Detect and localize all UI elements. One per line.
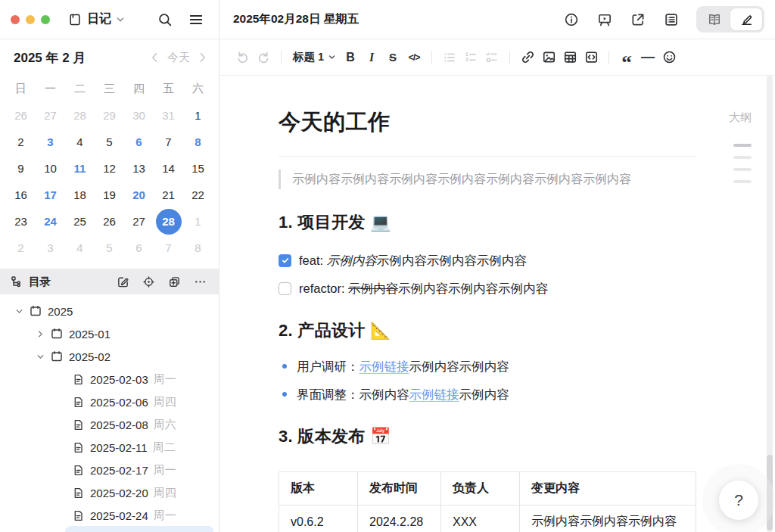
- calendar-day[interactable]: 27: [38, 103, 64, 129]
- help-button[interactable]: ?: [719, 481, 758, 520]
- task-list-button[interactable]: [481, 47, 503, 68]
- new-entry-button[interactable]: [117, 275, 129, 288]
- image-button[interactable]: [538, 47, 559, 68]
- blockquote[interactable]: 示例内容示例内容示例内容示例内容示例内容示例内容示例内容: [279, 170, 696, 189]
- inline-code-button[interactable]: </>: [403, 47, 425, 68]
- add-folder-button[interactable]: [168, 275, 181, 288]
- task-item[interactable]: refactor: 示例内容示例内容示例内容示例内容: [279, 279, 696, 297]
- calendar-day[interactable]: 17: [38, 182, 64, 208]
- zoom-window-button[interactable]: [41, 15, 50, 24]
- calendar-day[interactable]: 9: [8, 156, 34, 182]
- inline-link[interactable]: 示例链接: [409, 387, 459, 401]
- journal-switcher[interactable]: 日记: [68, 11, 124, 27]
- toc-doc-item[interactable]: 2025-02-24 周一: [0, 504, 219, 527]
- toc-doc-item[interactable]: 2025-02-11 周二: [0, 436, 219, 459]
- calendar-day[interactable]: 12: [97, 156, 123, 182]
- calendar-day[interactable]: 4: [67, 129, 93, 155]
- calendar-day[interactable]: 2: [8, 129, 34, 155]
- outline-bar[interactable]: [733, 180, 752, 183]
- scrollbar-thumb[interactable]: [767, 455, 773, 530]
- calendar-day[interactable]: 16: [8, 182, 34, 208]
- editor-area[interactable]: 今天的工作 示例内容示例内容示例内容示例内容示例内容示例内容示例内容 1. 项目…: [219, 76, 775, 532]
- list-item[interactable]: 界面调整：示例内容示例链接示例内容: [279, 385, 696, 403]
- presentation-button[interactable]: [592, 8, 618, 32]
- table-header-cell[interactable]: 负责人: [441, 472, 520, 506]
- info-button[interactable]: [559, 8, 584, 32]
- edit-mode-button[interactable]: [730, 8, 762, 30]
- code-block-button[interactable]: [580, 47, 602, 68]
- calendar-day[interactable]: 1: [185, 209, 211, 235]
- close-window-button[interactable]: [11, 15, 20, 24]
- toc-folder-2025-02[interactable]: 2025-02: [0, 345, 219, 368]
- read-mode-button[interactable]: [699, 8, 730, 30]
- table-cell[interactable]: XXX: [441, 506, 520, 532]
- calendar-day[interactable]: 8: [185, 235, 211, 261]
- checkbox-checked[interactable]: [279, 254, 291, 267]
- outline-bar[interactable]: [733, 156, 752, 159]
- table-button[interactable]: [559, 47, 580, 68]
- toc-selected-item-partial[interactable]: [65, 526, 213, 532]
- emoji-button[interactable]: [658, 47, 680, 68]
- heading-style-dropdown[interactable]: 标题 1: [288, 50, 340, 64]
- checkbox-unchecked[interactable]: [279, 282, 291, 295]
- calendar-day[interactable]: 29: [97, 103, 123, 129]
- calendar-day[interactable]: 26: [97, 209, 123, 235]
- calendar-day[interactable]: 18: [67, 182, 93, 208]
- calendar-day[interactable]: 8: [185, 129, 211, 155]
- minimize-window-button[interactable]: [26, 15, 35, 24]
- bold-button[interactable]: B: [340, 47, 361, 68]
- toc-doc-item[interactable]: 2025-02-20 周四: [0, 481, 219, 504]
- locate-today-button[interactable]: [142, 275, 155, 288]
- chevron-down-icon[interactable]: [15, 307, 23, 316]
- calendar-day[interactable]: 4: [67, 235, 93, 261]
- horizontal-rule-button[interactable]: —: [637, 47, 658, 68]
- calendar-prev-button[interactable]: [151, 52, 158, 63]
- section-heading-1[interactable]: 1. 项目开发 💻: [279, 211, 696, 234]
- calendar-day[interactable]: 11: [67, 156, 93, 182]
- calendar-next-button[interactable]: [199, 52, 207, 63]
- inline-link[interactable]: 示例链接: [359, 359, 409, 373]
- numbered-list-button[interactable]: 1 2: [460, 47, 481, 68]
- outline-bar[interactable]: [733, 144, 752, 147]
- calendar-day[interactable]: 2: [8, 235, 34, 261]
- more-options-button[interactable]: [194, 275, 207, 288]
- outline-bar[interactable]: [733, 168, 752, 171]
- task-item[interactable]: feat: 示例内容示例内容示例内容示例内容: [279, 251, 696, 269]
- list-item[interactable]: 用户调研：示例链接示例内容示例内容: [279, 357, 696, 375]
- calendar-day[interactable]: 24: [38, 209, 64, 235]
- outline-list-button[interactable]: [658, 8, 684, 32]
- release-table[interactable]: 版本 发布时间 负责人 变更内容 v0.6.2 2024.2.28 XXX 示例…: [279, 471, 696, 532]
- calendar-day-selected[interactable]: 28: [156, 209, 182, 235]
- calendar-day[interactable]: 26: [8, 103, 34, 129]
- section-heading-3[interactable]: 3. 版本发布 📅: [279, 425, 696, 448]
- link-button[interactable]: [517, 47, 538, 68]
- toc-doc-item[interactable]: 2025-02-06 周四: [0, 390, 219, 413]
- menu-button[interactable]: [188, 12, 204, 27]
- strikethrough-button[interactable]: S: [382, 47, 403, 68]
- share-button[interactable]: [625, 8, 651, 32]
- italic-button[interactable]: I: [361, 47, 382, 68]
- calendar-day[interactable]: 31: [156, 103, 182, 129]
- calendar-day[interactable]: 13: [126, 156, 152, 182]
- calendar-day[interactable]: 1: [185, 103, 211, 129]
- calendar-day[interactable]: 3: [38, 235, 64, 261]
- toc-doc-item[interactable]: 2025-02-08 周六: [0, 413, 219, 436]
- calendar-day[interactable]: 7: [156, 129, 182, 155]
- chevron-down-icon[interactable]: [36, 353, 45, 361]
- toc-folder-2025[interactable]: 2025: [0, 300, 219, 322]
- redo-button[interactable]: [253, 47, 274, 68]
- calendar-day[interactable]: 25: [67, 209, 93, 235]
- outline-widget[interactable]: 大纲: [729, 110, 752, 183]
- calendar-day[interactable]: 22: [185, 182, 211, 208]
- calendar-day[interactable]: 30: [126, 103, 152, 129]
- calendar-day[interactable]: 5: [97, 129, 123, 155]
- undo-button[interactable]: [232, 47, 253, 68]
- table-header-cell[interactable]: 版本: [279, 472, 358, 506]
- search-button[interactable]: [157, 12, 173, 27]
- calendar-day[interactable]: 14: [156, 156, 182, 182]
- calendar-day[interactable]: 5: [97, 235, 123, 261]
- calendar-day[interactable]: 15: [185, 156, 211, 182]
- bullet-list-button[interactable]: [439, 47, 460, 68]
- blockquote-button[interactable]: “: [616, 47, 637, 68]
- calendar-day[interactable]: 23: [8, 209, 34, 235]
